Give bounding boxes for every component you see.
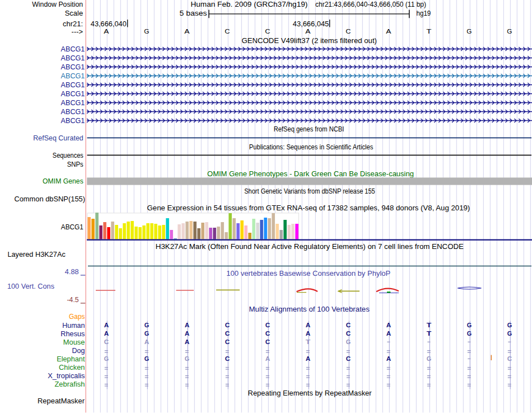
svg-text:C: C [346,321,351,329]
svg-text:C: C [265,338,270,346]
svg-text:Human Feb. 2009 (GRCh37/hg19): Human Feb. 2009 (GRCh37/hg19) [190,0,307,8]
svg-text:C: C [346,27,351,35]
svg-text:C: C [225,330,230,337]
svg-text:Gaps: Gaps [69,313,85,321]
svg-text:C: C [265,321,270,329]
svg-text:Human: Human [62,322,85,330]
svg-text:A: A [386,27,391,35]
svg-text:RepeatMasker: RepeatMasker [38,397,85,405]
svg-text:T: T [306,338,311,346]
svg-text:G: G [467,330,472,337]
svg-text:chr21:43,666,040-43,666,050 (1: chr21:43,666,040-43,666,050 (11 bp) [315,0,426,8]
svg-text:G: G [144,321,150,329]
svg-text:A: A [185,338,190,346]
svg-text:A: A [306,321,311,329]
svg-text:Elephant: Elephant [57,355,85,363]
svg-text:Gene Expression in 54 tissues: Gene Expression in 54 tissues from GTEx … [147,204,470,212]
svg-text:H3K27Ac Mark (Often Found Near: H3K27Ac Mark (Often Found Near Active Re… [156,242,464,251]
svg-text:GENCODE V49lift37 (2 items fil: GENCODE V49lift37 (2 items filtered out) [241,36,377,45]
svg-text:ABCG1: ABCG1 [61,45,85,53]
svg-text:A: A [184,27,189,35]
svg-text:C: C [507,355,512,363]
svg-text:C: C [104,338,109,346]
svg-text:ABCG1: ABCG1 [61,72,85,80]
svg-text:ABCG1: ABCG1 [61,90,85,98]
svg-text:Rhesus: Rhesus [60,330,85,338]
svg-text:100 vertebrates Basewise Conse: 100 vertebrates Basewise Conservation by… [226,269,390,277]
svg-text:OMIM Genes: OMIM Genes [43,177,83,185]
svg-text:A: A [144,338,150,346]
svg-text:G: G [144,27,149,35]
svg-text:Chicken: Chicken [59,364,85,371]
svg-text:Mouse: Mouse [63,338,85,346]
svg-text:RefSeq Curated: RefSeq Curated [33,134,83,142]
svg-text:C: C [265,27,270,35]
svg-text:A: A [104,330,109,337]
svg-text:A: A [386,330,391,337]
svg-text:Scale: Scale [65,9,83,17]
svg-text:Layered H3K27Ac: Layered H3K27Ac [7,251,65,258]
svg-text:Multiz Alignments of 100 Verte: Multiz Alignments of 100 Vertebrates [249,305,370,313]
svg-text:hg19: hg19 [417,9,431,17]
svg-text:G: G [144,330,150,337]
svg-text:C: C [265,330,270,337]
svg-text:ABCG1: ABCG1 [61,54,85,62]
svg-text:4.88: 4.88 [65,268,79,276]
svg-text:-4.5: -4.5 [67,296,79,304]
svg-text:C: C [346,355,351,363]
svg-text:Repeating Elements by RepeatMa: Repeating Elements by RepeatMasker [248,389,372,397]
svg-text:G: G [104,355,109,363]
svg-text:G: G [144,355,150,363]
svg-text:A: A [104,321,109,329]
svg-text:A: A [306,355,311,363]
svg-text:T: T [426,27,431,35]
svg-text:T: T [427,321,432,329]
svg-text:G: G [466,27,472,35]
svg-text:A: A [305,27,310,35]
svg-text:Common dbSNP(155): Common dbSNP(155) [14,195,85,203]
svg-text:C: C [225,338,230,346]
svg-text:ABCG1: ABCG1 [61,63,85,71]
svg-text:C: C [225,27,230,35]
svg-text:C: C [346,330,351,337]
svg-text:A: A [386,355,391,363]
svg-text:ABCG1: ABCG1 [61,99,85,107]
svg-text:5 bases: 5 bases [180,9,208,17]
svg-text:ABCG1: ABCG1 [61,117,85,125]
svg-text:Window Position: Window Position [32,0,83,8]
svg-text:Dog: Dog [72,347,85,355]
svg-text:G: G [427,355,432,363]
svg-text:C: C [225,321,230,329]
svg-text:A: A [306,330,311,337]
svg-text:ABCG1: ABCG1 [61,223,83,231]
svg-text:A: A [265,355,270,363]
svg-text:SNPs: SNPs [67,161,83,168]
svg-text:G: G [507,321,512,329]
svg-text:Zebrafish: Zebrafish [54,380,85,388]
svg-text:100 Vert. Cons: 100 Vert. Cons [7,283,54,290]
svg-text:RefSeq genes from NCBI: RefSeq genes from NCBI [274,125,344,133]
svg-text:A: A [185,330,190,337]
svg-text:43,666,045: 43,666,045 [293,20,329,28]
svg-text:G: G [185,355,190,363]
svg-text:G: G [467,321,472,329]
svg-text:C: C [225,355,230,363]
svg-text:A: A [104,27,109,35]
svg-text:ABCG1: ABCG1 [61,108,85,116]
svg-text:Sequences: Sequences [53,152,83,159]
svg-text:X_tropicalis: X_tropicalis [48,372,85,380]
svg-text:Publications: Sequences in Sci: Publications: Sequences in Scientific Ar… [249,143,374,151]
svg-text:A: A [185,321,190,329]
svg-text:A: A [386,321,391,329]
svg-text:ABCG1: ABCG1 [61,81,85,89]
svg-text:43,666,040: 43,666,040 [91,20,127,28]
svg-text:T: T [427,330,432,337]
svg-text:G: G [507,27,512,35]
svg-text:--->: ---> [72,27,83,36]
svg-text:G: G [346,338,351,346]
svg-text:G: G [507,330,512,337]
svg-text:Short Genetic Variants from db: Short Genetic Variants from dbSNP releas… [244,187,375,195]
svg-text:OMIM Gene Phenotypes - Dark Gr: OMIM Gene Phenotypes - Dark Green Can Be… [207,170,414,178]
